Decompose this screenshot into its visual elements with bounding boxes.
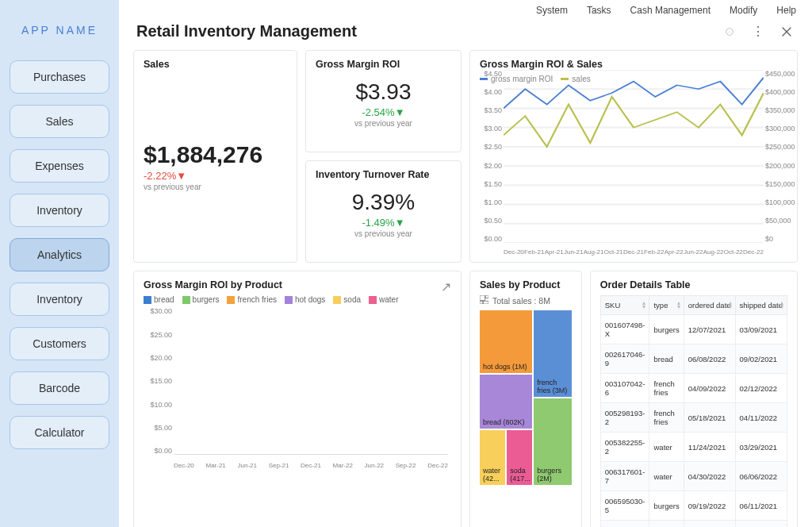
table-row[interactable]: 007812741-6french fries04/07/202207/11/2…	[600, 521, 787, 528]
down-arrow-icon: ▼	[395, 106, 405, 118]
pin-icon[interactable]	[722, 24, 737, 40]
treemap-tile-hot-dogs: hot dogs (1M)	[480, 310, 532, 373]
chart-gmroi-sales-title: Gross Margin ROI & Sales	[480, 59, 787, 70]
kpi-sales-sub: vs previous year	[144, 183, 287, 191]
table-header-SKU[interactable]: SKU▴▾	[600, 296, 649, 315]
table-row[interactable]: 003107042-6french fries04/09/202202/12/2…	[600, 374, 787, 403]
app-logo: APP NAME	[21, 24, 98, 37]
down-arrow-icon: ▼	[176, 170, 186, 182]
treemap-total-label: Total sales : 8M	[492, 296, 550, 306]
kpi-sales-delta: -2.22%	[144, 170, 176, 182]
table-row[interactable]: 002617046-9bread06/08/202209/02/2021	[600, 344, 787, 374]
treemap-tile-burgers: burgers (2M)	[534, 398, 571, 485]
menu-help[interactable]: Help	[776, 5, 796, 16]
table-header-shipped-date[interactable]: shipped date▴▾	[735, 296, 787, 315]
kpi-sales-title: Sales	[144, 59, 287, 70]
table-row[interactable]: 006317601-7water04/30/202206/06/2022	[600, 462, 787, 491]
legend-item: french fries	[227, 295, 276, 304]
table-header-type[interactable]: type▴▾	[649, 296, 684, 315]
legend-item: hot dogs	[285, 295, 325, 304]
kpi-turnover-delta: -1.49%	[362, 217, 394, 229]
sidebar-item-purchases[interactable]: Purchases	[10, 60, 109, 94]
sort-icon[interactable]: ▴▾	[642, 301, 645, 310]
kpi-turnover-sub: vs previous year	[316, 229, 451, 238]
svg-rect-13	[480, 301, 483, 304]
treemap-area: french fries (3M) hot dogs (1M) bread (8…	[480, 310, 572, 485]
treemap-tile-water: water (42...	[480, 430, 505, 485]
table-header-ordered-date[interactable]: ordered date▴▾	[684, 296, 735, 315]
sidebar-item-sales[interactable]: Sales	[10, 105, 109, 138]
treemap-tile-soda: soda (417...	[507, 430, 532, 485]
sidebar-item-inventory[interactable]: Inventory	[10, 194, 109, 227]
order-details-table: Order Details Table SKU▴▾type▴▾ordered d…	[590, 271, 798, 527]
kpi-sales: Sales $1,884,276 -2.22%▼ vs previous yea…	[133, 50, 297, 263]
table-row[interactable]: 005382255-2water11/24/202103/29/2021	[600, 433, 787, 462]
svg-rect-14	[484, 301, 488, 304]
order-details-title: Order Details Table	[600, 279, 787, 290]
down-arrow-icon: ▼	[395, 217, 405, 229]
chart-roi-title: Gross Margin ROI by Product	[144, 279, 451, 290]
table-row[interactable]: 006595030-5burgers09/19/202206/11/2021	[600, 491, 787, 521]
menu-modify[interactable]: Modify	[730, 5, 757, 16]
page-title: Retail Inventory Management	[136, 22, 709, 40]
kpi-turnover-title: Inventory Turnover Rate	[316, 169, 451, 180]
close-icon[interactable]	[779, 24, 795, 40]
sidebar-item-expenses[interactable]: Expenses	[10, 149, 109, 183]
menu-system[interactable]: System	[536, 5, 568, 16]
bar-chart-area	[174, 307, 448, 455]
top-menu: SystemTasksCash ManagementModifyHelp	[119, 0, 812, 16]
more-icon[interactable]: ⋮	[750, 24, 766, 40]
kpi-turnover-value: 9.39%	[316, 190, 451, 215]
main-panel: SystemTasksCash ManagementModifyHelp Ret…	[119, 0, 812, 527]
menu-tasks[interactable]: Tasks	[587, 5, 611, 16]
kpi-gmroi-value: $3.93	[316, 79, 451, 105]
kpi-gmroi-title: Gross Margin ROI	[316, 59, 451, 70]
legend-item: water	[369, 295, 398, 304]
chart-sales-by-product: Sales by Product Total sales : 8M french…	[469, 271, 582, 527]
legend-item: burgers	[182, 295, 220, 304]
chart-gmroi-sales: Gross Margin ROI & Sales gross margin RO…	[469, 50, 798, 263]
expand-icon[interactable]: ↗	[441, 279, 451, 294]
line-chart-area	[504, 70, 764, 243]
chart-roi-by-product: Gross Margin ROI by Product ↗ breadburge…	[133, 271, 462, 527]
menu-cash-management[interactable]: Cash Management	[630, 5, 710, 16]
sidebar-item-calculator[interactable]: Calculator	[10, 416, 109, 449]
kpi-gmroi-delta: -2.54%	[362, 106, 394, 118]
legend-item: soda	[333, 295, 361, 304]
treemap-icon	[480, 295, 488, 306]
sidebar-item-analytics[interactable]: Analytics	[10, 238, 109, 271]
sort-icon[interactable]: ▴▾	[780, 301, 783, 310]
svg-rect-12	[485, 295, 488, 298]
treemap-tile-french-fries: french fries (3M)	[534, 310, 571, 397]
sidebar-item-customers[interactable]: Customers	[10, 327, 109, 360]
sidebar-item-barcode[interactable]: Barcode	[10, 371, 109, 405]
chart-sales-title: Sales by Product	[480, 279, 572, 290]
table-row[interactable]: 001607498-Xburgers12/07/202103/09/2021	[600, 315, 787, 344]
legend-item: bread	[144, 295, 174, 304]
sidebar-item-inventory[interactable]: Inventory	[10, 283, 109, 316]
kpi-gmroi-sub: vs previous year	[316, 119, 451, 128]
kpi-turnover: Inventory Turnover Rate 9.39% -1.49%▼ vs…	[305, 160, 462, 263]
treemap-tile-bread: bread (802K)	[480, 375, 532, 429]
sort-icon[interactable]: ▴▾	[677, 301, 680, 310]
sort-icon[interactable]: ▴▾	[729, 301, 732, 310]
kpi-gmroi: Gross Margin ROI $3.93 -2.54%▼ vs previo…	[305, 50, 462, 152]
table-row[interactable]: 005298193-2french fries05/18/202104/11/2…	[600, 403, 787, 433]
svg-rect-11	[480, 295, 485, 300]
sidebar: APP NAME PurchasesSalesExpensesInventory…	[0, 0, 119, 527]
kpi-sales-value: $1,884,276	[144, 141, 287, 168]
